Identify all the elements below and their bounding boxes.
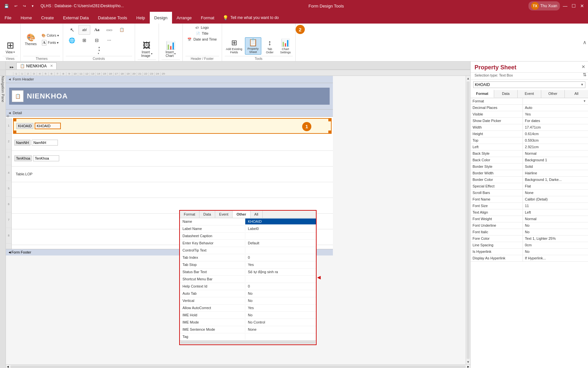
- popup-row-tab-index[interactable]: Tab Index 0: [180, 254, 316, 261]
- ps-row-display-hyperlink[interactable]: Display As Hyperlink If Hyperlink...: [471, 255, 588, 262]
- popup-row-tab-stop[interactable]: Tab Stop Yes: [180, 261, 316, 269]
- popup-value-autocorrect[interactable]: Yes: [245, 305, 316, 311]
- tenkhoa-label[interactable]: TenKhoa: [14, 155, 32, 161]
- menu-arrange[interactable]: Arrange: [172, 12, 196, 24]
- label-button[interactable]: Aa: [91, 25, 103, 35]
- tab-order-button[interactable]: ↕ TabOrder: [263, 38, 277, 55]
- tab-close-button[interactable]: ✕: [50, 64, 53, 68]
- khoaid-value[interactable]: KHOAID: [35, 123, 61, 129]
- popup-row-datasheet-caption[interactable]: Datasheet Caption: [180, 233, 316, 240]
- nav-button[interactable]: ⊟: [91, 35, 103, 45]
- popup-value-tabindex[interactable]: 0: [245, 254, 316, 260]
- navigation-pane[interactable]: Navigation Pane: [0, 76, 6, 102]
- ps-row-text-align[interactable]: Text Align Left: [471, 209, 588, 216]
- ps-row-decimal-places[interactable]: Decimal Places Auto: [471, 105, 588, 111]
- ps-value-height[interactable]: 0.614cm: [523, 131, 588, 137]
- menu-database-tools[interactable]: Database Tools: [93, 12, 131, 24]
- ps-row-font-italic[interactable]: Font Italic No: [471, 229, 588, 236]
- colors-button[interactable]: 🎨 Colors ▾: [40, 33, 60, 38]
- ps-row-left[interactable]: Left 2.921cm: [471, 144, 588, 150]
- popup-row-auto-tab[interactable]: Auto Tab No: [180, 290, 316, 297]
- qat-more-button[interactable]: ▾: [29, 2, 37, 10]
- form-horizontal-scrollbar[interactable]: ◄ ►: [6, 364, 470, 368]
- popup-value-controltip[interactable]: [245, 249, 316, 251]
- scroll-up-button[interactable]: ▲: [466, 76, 470, 81]
- controls-scroll-down[interactable]: ▼: [98, 49, 100, 52]
- resize-handle-bl[interactable]: [14, 131, 16, 133]
- ps-value-visible[interactable]: Yes: [523, 111, 588, 117]
- ps-tab-data[interactable]: Data: [494, 90, 518, 98]
- resize-handle-br[interactable]: [328, 131, 331, 133]
- ps-value-left[interactable]: 2.921cm: [523, 144, 588, 150]
- ps-value-decimal[interactable]: Auto: [523, 105, 588, 111]
- khoaid-field-row[interactable]: ⊞ KHOAID KHOAID 1: [13, 118, 332, 134]
- menu-help[interactable]: Help: [132, 12, 150, 24]
- popup-value-statusbar[interactable]: Số tự động sinh ra: [245, 269, 316, 275]
- ribbon-collapse-button[interactable]: ∧: [581, 24, 588, 61]
- resize-handle-tr[interactable]: [328, 119, 331, 121]
- tenkhoa-value[interactable]: TenKhoa: [33, 155, 59, 161]
- popup-row-ime-mode[interactable]: IME Mode No Control: [180, 319, 316, 326]
- textbox-button[interactable]: abl: [78, 25, 90, 35]
- chart-settings-button[interactable]: 📊 ChartSettings: [278, 38, 293, 55]
- namnh-value[interactable]: NamNH: [32, 140, 58, 146]
- popup-row-name[interactable]: Name KHOAID: [180, 218, 316, 225]
- tell-me[interactable]: Tell me what you want to do: [230, 15, 279, 20]
- ps-value-fontname[interactable]: Calibri (Detail): [523, 196, 588, 202]
- menu-format[interactable]: Format: [196, 12, 219, 24]
- popup-value-vertical[interactable]: No: [245, 298, 316, 304]
- menu-file[interactable]: File: [0, 12, 16, 24]
- ps-value-fontweight[interactable]: Normal: [523, 216, 588, 222]
- popup-row-ime-sentence[interactable]: IME Sentence Mode None: [180, 326, 316, 333]
- ps-value-forecolor[interactable]: Text 1, Lighter 25%: [523, 236, 588, 242]
- menu-home[interactable]: Home: [16, 12, 37, 24]
- popup-row-autocorrect[interactable]: Allow AutoCorrect Yes: [180, 305, 316, 312]
- ps-row-visible[interactable]: Visible Yes: [471, 111, 588, 118]
- ps-value-specialeffect[interactable]: Flat: [523, 183, 588, 189]
- ps-row-border-color[interactable]: Border Color Background 1, Darke...: [471, 177, 588, 183]
- fonts-button[interactable]: A Fonts ▾: [40, 39, 60, 46]
- tenkhoa-field-row[interactable]: TenKhoa TenKhoa: [12, 151, 333, 166]
- popup-value-shortcut[interactable]: [245, 278, 316, 280]
- insert-image-button[interactable]: 🖼 InsertImage ▾: [138, 40, 156, 58]
- restore-button[interactable]: ☐: [570, 3, 577, 9]
- popup-row-tag[interactable]: Tag: [180, 333, 316, 341]
- combo-button[interactable]: 📋: [116, 25, 128, 35]
- insert-chart-button[interactable]: 📊 InsertChart ▾: [162, 40, 180, 58]
- ps-row-font-size[interactable]: Font Size 11: [471, 203, 588, 209]
- ps-row-scroll-bars[interactable]: Scroll Bars None: [471, 190, 588, 196]
- ps-dropdown[interactable]: KHOAID ▼: [473, 81, 585, 88]
- ps-tab-format[interactable]: Format: [471, 90, 494, 98]
- scroll-left-button[interactable]: ◄: [6, 365, 10, 368]
- undo-button[interactable]: ↩: [12, 2, 20, 10]
- date-time-button[interactable]: 📅 Date and Time: [186, 37, 218, 42]
- ps-tab-event[interactable]: Event: [518, 90, 541, 98]
- ps-row-format[interactable]: Format ▼: [471, 98, 588, 105]
- ps-value-fontitalic[interactable]: No: [523, 229, 588, 235]
- ps-value-ishyperlink[interactable]: No: [523, 249, 588, 255]
- popup-row-vertical[interactable]: Vertical No: [180, 297, 316, 305]
- popup-value-imesentence[interactable]: None: [245, 326, 316, 332]
- select-button[interactable]: ↖: [66, 25, 78, 35]
- resize-handle-tl[interactable]: [14, 119, 16, 121]
- popup-row-controltip[interactable]: ControlTip Text: [180, 247, 316, 254]
- ps-value-backstyle[interactable]: Normal: [523, 150, 588, 157]
- popup-tab-format[interactable]: Format: [180, 211, 199, 218]
- logo-button[interactable]: 🏷 Logo: [186, 25, 218, 30]
- more-controls-button[interactable]: ⋯: [103, 35, 115, 45]
- ps-value-top[interactable]: 0.593cm: [523, 137, 588, 144]
- table-lop-row[interactable]: Table.LOP: [12, 166, 333, 182]
- ps-row-height[interactable]: Height 0.614cm: [471, 131, 588, 137]
- menu-create[interactable]: Create: [37, 12, 59, 24]
- ps-value-backcolor[interactable]: Background 1: [523, 157, 588, 163]
- popup-value-imehold[interactable]: No: [245, 312, 316, 318]
- themes-button[interactable]: 🎨 Themes: [23, 33, 38, 46]
- minimize-button[interactable]: —: [562, 3, 568, 9]
- ps-tab-all[interactable]: All: [565, 90, 588, 98]
- menu-external-data[interactable]: External Data: [59, 12, 94, 24]
- popup-value-labelname[interactable]: Label0: [245, 226, 316, 232]
- popup-row-ime-hold[interactable]: IME Hold No: [180, 312, 316, 319]
- view-button[interactable]: ⊞ View▾: [3, 40, 18, 55]
- popup-value-autotab[interactable]: No: [245, 290, 316, 296]
- ps-row-back-style[interactable]: Back Style Normal: [471, 150, 588, 157]
